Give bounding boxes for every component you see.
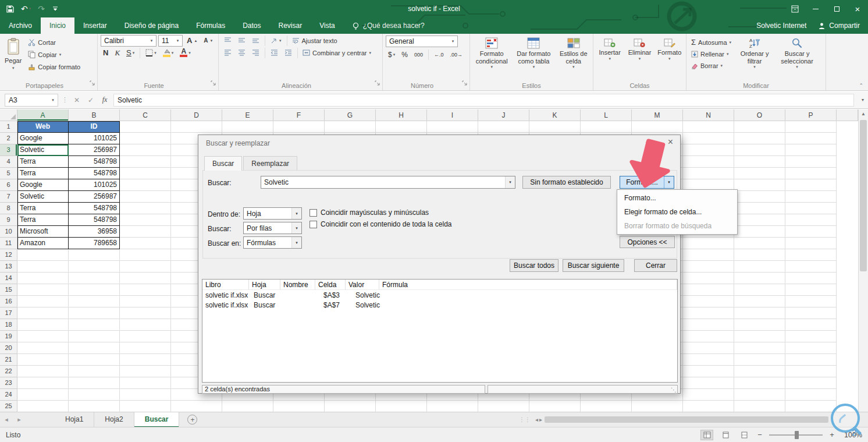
ribbon-tab-vista[interactable]: Vista <box>311 17 343 34</box>
maximize-button[interactable] <box>826 0 847 17</box>
cell-n1[interactable] <box>683 121 734 133</box>
format-split-button[interactable]: Formato...▾ <box>620 176 674 189</box>
cell-p22[interactable] <box>785 366 837 377</box>
match-entire-checkbox[interactable] <box>310 221 317 228</box>
cell-c5[interactable] <box>120 168 171 179</box>
cell-a15[interactable] <box>17 284 69 296</box>
cell-p13[interactable] <box>785 261 837 273</box>
row-header-15[interactable]: 15 <box>0 284 17 296</box>
cell-c1[interactable] <box>120 121 171 133</box>
row-header-4[interactable]: 4 <box>0 156 17 168</box>
minimize-button[interactable] <box>805 0 826 17</box>
delete-cells-button[interactable]: Eliminar▾ <box>626 36 653 63</box>
fill-button[interactable]: Rellenar▾ <box>689 48 733 59</box>
alignment-dialog-launcher[interactable] <box>375 80 380 88</box>
save-icon[interactable] <box>6 5 14 13</box>
cell-a12[interactable] <box>17 249 69 261</box>
cell-a16[interactable] <box>17 296 69 307</box>
row-header-3[interactable]: 3 <box>0 144 17 156</box>
align-top-icon[interactable] <box>222 35 234 47</box>
select-all-corner[interactable] <box>0 109 17 121</box>
collapse-ribbon-icon[interactable]: ⌃ <box>859 83 863 89</box>
align-middle-icon[interactable] <box>236 35 248 47</box>
row-header-11[interactable]: 11 <box>0 238 17 249</box>
cell-b19[interactable] <box>69 331 120 342</box>
cell-b6[interactable]: 101025 <box>69 179 120 191</box>
results-col-libro[interactable]: Libro <box>202 280 249 289</box>
cell-c11[interactable] <box>120 238 171 249</box>
cell-o2[interactable] <box>734 133 785 144</box>
undo-icon[interactable]: ↶▾ <box>21 4 31 13</box>
zoom-out-button[interactable]: − <box>756 430 763 439</box>
row-header-16[interactable]: 16 <box>0 296 17 307</box>
borders-button[interactable]: ▾ <box>143 47 159 59</box>
row-header-25[interactable]: 25 <box>0 401 17 412</box>
cell-o1[interactable] <box>734 121 785 133</box>
grow-font-button[interactable]: A▲ <box>184 35 200 47</box>
formula-bar-expand-icon[interactable]: ▾ <box>858 97 868 102</box>
row-header-12[interactable]: 12 <box>0 249 17 261</box>
column-header-a[interactable]: A <box>17 109 69 121</box>
format-as-table-button[interactable]: Dar formato como tabla▾ <box>513 36 554 71</box>
cell-b24[interactable] <box>69 389 120 401</box>
format-painter-button[interactable]: Copiar formato <box>26 61 82 72</box>
cell-a8[interactable]: Terra <box>17 203 69 214</box>
cell-b5[interactable]: 548798 <box>69 168 120 179</box>
cell-n12[interactable] <box>683 249 734 261</box>
cell-a18[interactable] <box>17 319 69 331</box>
cell-a21[interactable] <box>17 354 69 366</box>
align-right-icon[interactable] <box>250 47 262 59</box>
cell-a13[interactable] <box>17 261 69 273</box>
row-header-18[interactable]: 18 <box>0 319 17 331</box>
decrease-indent-icon[interactable] <box>268 47 280 59</box>
find-select-button[interactable]: Buscar y seleccionar▾ <box>776 36 818 71</box>
format-menu-item-borrar-formato-de-busqueda[interactable]: Borrar formato de búsqueda <box>617 219 737 233</box>
cell-b15[interactable] <box>69 284 120 296</box>
cell-o15[interactable] <box>734 284 785 296</box>
cell-o22[interactable] <box>734 366 785 377</box>
align-left-icon[interactable] <box>222 47 234 59</box>
cell-n20[interactable] <box>683 342 734 354</box>
sheet-nav-left-icon[interactable]: ◂ <box>0 416 13 423</box>
cell-o25[interactable] <box>734 401 785 412</box>
number-dialog-launcher[interactable] <box>462 80 468 88</box>
cancel-entry-icon[interactable]: ✕ <box>72 96 82 104</box>
cell-c13[interactable] <box>120 261 171 273</box>
underline-button[interactable]: S▾ <box>124 47 137 59</box>
cell-o11[interactable] <box>734 238 785 249</box>
vertical-scroll-thumb[interactable] <box>860 120 867 271</box>
sheet-tab-hoja1[interactable]: Hoja1 <box>55 412 94 427</box>
match-case-checkbox[interactable] <box>310 209 317 217</box>
column-header-partial[interactable] <box>837 109 858 121</box>
column-header-g[interactable]: G <box>325 109 376 121</box>
cell-o14[interactable] <box>734 273 785 284</box>
results-row[interactable]: solvetic if.xlsxBuscar$A$3Solvetic <box>202 290 677 300</box>
find-all-button[interactable]: Buscar todos <box>510 259 558 272</box>
cell-a9[interactable]: Terra <box>17 214 69 226</box>
cell-a19[interactable] <box>17 331 69 342</box>
column-header-m[interactable]: M <box>632 109 683 121</box>
combo-arrow-icon[interactable]: ▾ <box>291 222 301 234</box>
dialog-titlebar[interactable]: Buscar y reemplazar <box>198 135 680 151</box>
cell-p1[interactable] <box>785 121 837 133</box>
cell-n21[interactable] <box>683 354 734 366</box>
window-title-bar[interactable]: ↶▾ ↷ solvetic if - Excel × <box>0 0 868 17</box>
cell-m1[interactable] <box>632 121 683 133</box>
cell-p4[interactable] <box>785 156 837 168</box>
column-header-l[interactable]: L <box>581 109 632 121</box>
cell-n15[interactable] <box>683 284 734 296</box>
cell-a20[interactable] <box>17 342 69 354</box>
cell-c25[interactable] <box>120 401 171 412</box>
cell-n11[interactable] <box>683 238 734 249</box>
cell-b7[interactable]: 256987 <box>69 191 120 203</box>
cell-n25[interactable] <box>683 401 734 412</box>
bold-button[interactable]: N <box>101 47 111 59</box>
cell-n16[interactable] <box>683 296 734 307</box>
cell-c10[interactable] <box>120 226 171 238</box>
cell-c16[interactable] <box>120 296 171 307</box>
cell-h25[interactable] <box>376 401 427 412</box>
within-select[interactable]: Hoja▾ <box>243 207 302 220</box>
font-family-select[interactable]: Calibri▾ <box>101 35 156 47</box>
row-header-24[interactable]: 24 <box>0 389 17 401</box>
format-menu-item-elegir-formato-de-celda[interactable]: Elegir formato de celda... <box>617 205 737 219</box>
